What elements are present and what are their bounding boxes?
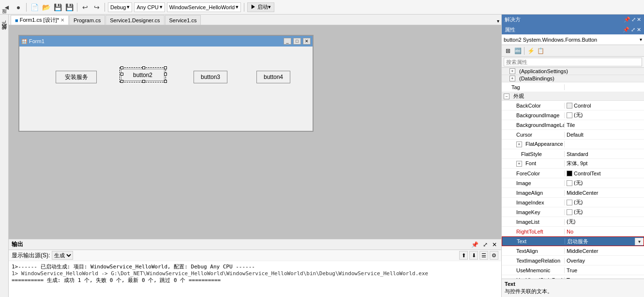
- prop-row-textimagerelation[interactable]: TextImageRelation Overlay: [502, 256, 644, 266]
- tab-service1-designer-label: Service1.Designer.cs: [110, 17, 160, 23]
- tab-service1-designer[interactable]: Service1.Designer.cs: [105, 15, 164, 25]
- props-close-btn[interactable]: ✕: [637, 27, 641, 33]
- prop-section-app-settings[interactable]: + (ApplicationSettings): [502, 68, 644, 75]
- bgimage-text: (无): [574, 111, 583, 119]
- open-icon[interactable]: 📂: [41, 2, 51, 12]
- prop-row-flatstyle[interactable]: FlatStyle Standard: [502, 149, 644, 159]
- flatappearance-expand[interactable]: +: [516, 141, 522, 147]
- prop-section-appearance[interactable]: − 外观: [502, 92, 644, 101]
- sidebar-label-server[interactable]: 服: [1, 16, 8, 18]
- prop-alphabetical-btn[interactable]: 🔤: [513, 47, 522, 55]
- props-float-btn[interactable]: ⤢: [631, 27, 635, 33]
- tab-service1[interactable]: Service1.cs: [165, 15, 201, 25]
- undo-icon[interactable]: ↩: [80, 2, 90, 12]
- redo-icon[interactable]: ↪: [92, 2, 102, 12]
- props-pin-btn[interactable]: 📌: [623, 27, 629, 33]
- form-minimize-btn[interactable]: _: [284, 38, 291, 45]
- start-label: ▶ 启动: [251, 3, 268, 11]
- new-icon[interactable]: 📄: [30, 2, 39, 12]
- prop-value-backcolor: Control: [565, 103, 644, 109]
- prop-obj-dropdown[interactable]: ▾: [640, 37, 642, 42]
- prop-row-imagekey[interactable]: ImageKey (无): [502, 207, 644, 217]
- handle-tl: [120, 66, 123, 69]
- prop-row-imagealign[interactable]: ImageAlign MiddleCenter: [502, 188, 644, 198]
- prop-row-forecolor[interactable]: ForeColor ControlText: [502, 169, 644, 178]
- tab-program[interactable]: Program.cs: [69, 15, 105, 25]
- toolbar-sep-2: [77, 3, 77, 12]
- rph-close-btn[interactable]: ✕: [637, 16, 641, 23]
- prop-section-databindings[interactable]: + (DataBindings): [502, 75, 644, 82]
- prop-row-tag[interactable]: Tag: [502, 82, 644, 92]
- appearance-label: 外观: [513, 93, 524, 100]
- prop-row-flatappearance[interactable]: + FlatAppearance: [502, 140, 644, 149]
- imagekey-swatch: [567, 209, 572, 215]
- prop-row-text[interactable]: Text 启动服务 ▾: [502, 236, 644, 246]
- prop-events-btn[interactable]: ⚡: [526, 47, 535, 55]
- text-dropdown-btn[interactable]: ▾: [635, 238, 644, 245]
- app-settings-label: (ApplicationSettings): [519, 68, 568, 74]
- output-tb-2[interactable]: ⬇: [469, 251, 478, 260]
- prop-value-imagekey: (无): [565, 208, 644, 216]
- form-button-4[interactable]: button4: [256, 71, 290, 83]
- prop-categorized-btn[interactable]: ⊞: [504, 47, 512, 55]
- output-float-btn[interactable]: ⤢: [481, 241, 489, 248]
- start-button[interactable]: ▶ 启动 ▾: [247, 2, 274, 12]
- tab-form1-design-close[interactable]: ✕: [60, 17, 64, 23]
- sidebar-label-sql[interactable]: SQL: [1, 19, 7, 31]
- tab-form1-design[interactable]: ■ Form1.cs [设计]* ✕: [11, 15, 69, 25]
- prop-search-input[interactable]: [504, 58, 642, 66]
- form-close-btn[interactable]: ✕: [303, 38, 311, 45]
- output-pin-btn[interactable]: 📌: [470, 241, 480, 248]
- databindings-expand[interactable]: +: [509, 76, 515, 81]
- debug-chevron: ▾: [127, 4, 130, 10]
- prop-footer-desc: 与控件关联的文本。: [505, 288, 641, 295]
- prop-row-cursor[interactable]: Cursor Default: [502, 130, 644, 140]
- output-panel: 输出 📌 ⤢ ✕ 显示输出源(S): 生成 ⬆ ⬇ ☰ ⚙: [9, 239, 501, 297]
- prop-value-flatstyle: Standard: [565, 151, 644, 157]
- prop-row-usemnemonic[interactable]: UseMnemonic True: [502, 266, 644, 275]
- appearance-expand[interactable]: −: [504, 94, 509, 99]
- prop-footer-name: Text: [505, 281, 641, 287]
- prop-row-textalign[interactable]: TextAlign MiddleCenter: [502, 246, 644, 256]
- form-button-3[interactable]: button3: [194, 71, 227, 83]
- tab-overflow-btn[interactable]: ▾: [495, 17, 501, 25]
- font-expand[interactable]: +: [516, 161, 522, 167]
- save-icon[interactable]: 💾: [53, 2, 62, 12]
- rph-float-btn[interactable]: ⤢: [631, 16, 636, 23]
- back-icon[interactable]: ◄: [2, 2, 12, 12]
- sidebar-label-data[interactable]: 数据: [1, 32, 8, 34]
- output-tb-3[interactable]: ☰: [479, 251, 488, 260]
- prop-value-usemnemonic: True: [565, 267, 644, 273]
- save-all-icon[interactable]: 💾: [64, 2, 74, 12]
- form-button-2[interactable]: button2: [121, 69, 165, 81]
- rph-controls: 📌 ⤢ ✕: [624, 16, 641, 23]
- form-maximize-btn[interactable]: □: [293, 38, 301, 45]
- project-dropdown[interactable]: WindowService_HelloWorld ▾: [167, 2, 241, 12]
- output-tb-1[interactable]: ⬆: [459, 251, 468, 260]
- prop-row-image[interactable]: Image (无): [502, 178, 644, 188]
- prop-row-bgimagelayout[interactable]: BackgroundImageLa Tile: [502, 120, 644, 130]
- handle-tr: [164, 66, 167, 69]
- prop-row-bgimage[interactable]: BackgroundImage (无): [502, 110, 644, 120]
- prop-row-righttoleft[interactable]: RightToLeft No: [502, 227, 644, 236]
- prop-value-font: 宋体, 9pt: [565, 160, 644, 167]
- forward-icon[interactable]: ●: [14, 2, 23, 12]
- form-button-1[interactable]: 安装服务: [56, 71, 97, 83]
- prop-row-usevisualstyle[interactable]: UseVisualStyleBackCo True: [502, 275, 644, 279]
- cpu-dropdown[interactable]: Any CPU ▾: [134, 2, 165, 12]
- prop-pages-btn[interactable]: 📋: [536, 47, 545, 55]
- design-area[interactable]: 🪟 Form1 _ □ ✕ 安装服务 button2: [9, 25, 501, 239]
- prop-name-imagekey: ImageKey: [502, 209, 565, 215]
- prop-value-righttoleft: No: [565, 229, 644, 234]
- prop-row-font[interactable]: + Font 宋体, 9pt: [502, 159, 644, 169]
- debug-dropdown[interactable]: Debug ▾: [108, 2, 132, 12]
- prop-row-imageindex[interactable]: ImageIndex (无): [502, 198, 644, 207]
- app-settings-expand[interactable]: +: [509, 68, 515, 74]
- output-tb-4[interactable]: ⚙: [490, 251, 498, 260]
- output-source-select[interactable]: 生成: [52, 251, 73, 260]
- prop-row-imagelist[interactable]: ImageList (无): [502, 217, 644, 227]
- rph-pin-btn[interactable]: 📌: [624, 16, 630, 23]
- prop-row-backcolor[interactable]: BackColor Control: [502, 101, 644, 110]
- output-close-btn[interactable]: ✕: [491, 241, 498, 248]
- prop-name-imageindex: ImageIndex: [502, 200, 565, 205]
